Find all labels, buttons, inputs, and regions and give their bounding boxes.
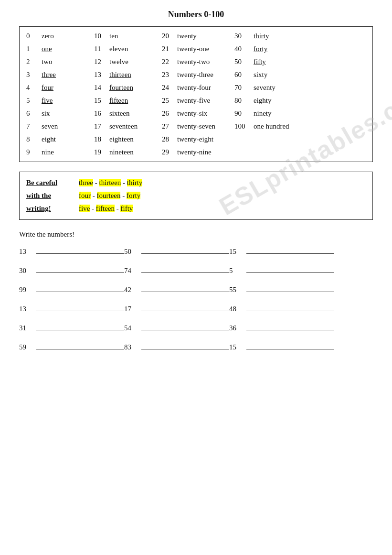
write-answer-line[interactable] [141, 264, 229, 273]
number-cell [253, 152, 310, 154]
write-answer-line[interactable] [141, 245, 229, 254]
number-cell: 28 [161, 134, 176, 145]
careful-box: Be carefulthree - thirteen - thirtywith … [19, 172, 373, 220]
number-cell: thirteen [108, 69, 161, 80]
write-number: 13 [19, 305, 33, 313]
number-cell: two [41, 56, 93, 67]
number-cell: 6 [25, 108, 41, 119]
write-number: 54 [124, 324, 138, 332]
number-cell: 29 [161, 147, 176, 158]
number-cell: 14 [93, 82, 108, 93]
number-cell: ten [108, 31, 161, 42]
write-answer-line[interactable] [246, 322, 334, 330]
write-number: 83 [124, 343, 138, 351]
write-item: 31 [19, 322, 124, 332]
write-number: 36 [229, 324, 244, 332]
number-cell: twenty [176, 31, 233, 42]
page-title: Numbers 0-100 [19, 10, 373, 20]
number-cell: 40 [233, 44, 253, 54]
number-cell: 24 [161, 82, 176, 93]
write-answer-line[interactable] [246, 303, 334, 311]
write-item: 5 [229, 264, 334, 275]
write-number: 74 [124, 267, 138, 275]
careful-label: writing! [26, 205, 74, 213]
number-cell: 80 [233, 95, 253, 106]
number-cell [233, 152, 253, 154]
write-answer-line[interactable] [141, 322, 229, 330]
careful-content: three - thirteen - thirty [79, 179, 142, 187]
write-number: 5 [229, 267, 244, 275]
number-cell: eight [41, 134, 93, 145]
number-cell: twenty-eight [176, 134, 233, 145]
number-cell: 8 [25, 134, 41, 145]
number-cell: 25 [161, 95, 176, 106]
write-number: 50 [124, 248, 138, 256]
write-number: 99 [19, 286, 33, 294]
careful-content: five - fifteen - fifty [79, 205, 133, 213]
number-cell: 23 [161, 69, 176, 80]
number-cell: nine [41, 147, 93, 158]
number-cell: zero [41, 31, 93, 42]
write-number: 42 [124, 286, 138, 294]
number-cell: 2 [25, 56, 41, 67]
number-cell: seventy [253, 82, 310, 93]
number-cell: one hundred [253, 121, 310, 132]
write-answer-line[interactable] [246, 264, 334, 273]
write-item: 42 [124, 283, 229, 294]
write-answer-line[interactable] [36, 245, 124, 254]
number-cell: fifty [253, 56, 310, 67]
write-answer-line[interactable] [36, 283, 124, 292]
write-number: 48 [229, 305, 244, 313]
write-answer-line[interactable] [36, 322, 124, 330]
number-cell: 0 [25, 31, 41, 42]
number-cell: thirty [253, 31, 310, 42]
number-cell: fifteen [108, 95, 161, 106]
write-number: 15 [229, 248, 244, 256]
write-item: 50 [124, 245, 229, 256]
number-cell: eighty [253, 95, 310, 106]
number-cell: twenty-five [176, 95, 233, 106]
write-item: 30 [19, 264, 124, 275]
write-number: 31 [19, 324, 33, 332]
number-cell: 13 [93, 69, 108, 80]
number-cell: 9 [25, 147, 41, 158]
number-cell: 90 [233, 108, 253, 119]
number-cell: fourteen [108, 82, 161, 93]
write-answer-line[interactable] [36, 341, 124, 349]
number-cell: 21 [161, 44, 176, 54]
number-cell: four [41, 82, 93, 93]
write-answer-line[interactable] [246, 245, 334, 254]
careful-row: Be carefulthree - thirteen - thirty [26, 179, 363, 187]
write-item: 36 [229, 322, 334, 332]
write-answer-line[interactable] [246, 283, 334, 292]
number-cell: twenty-six [176, 108, 233, 119]
number-cell: 12 [93, 56, 108, 67]
number-cell: 15 [93, 95, 108, 106]
write-answer-line[interactable] [141, 341, 229, 349]
careful-row: with thefour - fourteen - forty [26, 192, 363, 200]
number-cell: five [41, 95, 93, 106]
numbers-table-wrapper: 0zero10ten20twenty30thirty1one11eleven21… [19, 26, 373, 162]
write-item: 74 [124, 264, 229, 275]
write-answer-line[interactable] [36, 303, 124, 311]
write-answer-line[interactable] [141, 283, 229, 292]
careful-label: with the [26, 192, 74, 200]
write-number: 15 [229, 343, 244, 351]
write-answer-line[interactable] [246, 341, 334, 349]
number-cell: one [41, 44, 93, 54]
number-cell: three [41, 69, 93, 80]
write-answer-line[interactable] [36, 264, 124, 273]
number-cell: 5 [25, 95, 41, 106]
number-cell: 7 [25, 121, 41, 132]
write-item: 55 [229, 283, 334, 294]
write-answer-line[interactable] [141, 303, 229, 311]
number-cell: 11 [93, 44, 108, 54]
number-cell: 70 [233, 82, 253, 93]
number-cell: 16 [93, 108, 108, 119]
write-item: 48 [229, 303, 334, 313]
number-cell [233, 139, 253, 141]
number-cell: nineteen [108, 147, 161, 158]
write-section: Write the numbers! 135015307459942551317… [19, 230, 373, 351]
number-cell [253, 139, 310, 141]
number-cell: seventeen [108, 121, 161, 132]
